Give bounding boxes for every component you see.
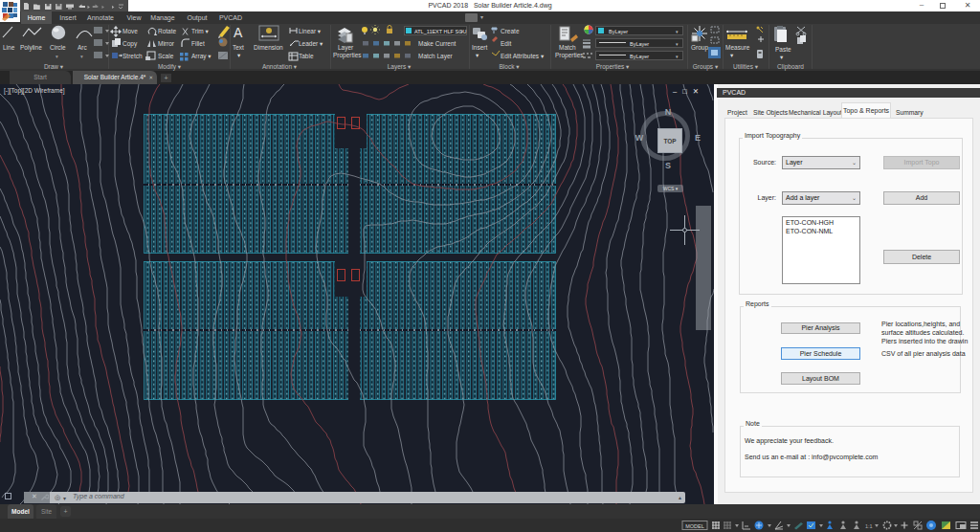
svg-text:MODEL: MODEL [685,523,704,529]
svg-text:1:1: 1:1 [865,523,873,529]
